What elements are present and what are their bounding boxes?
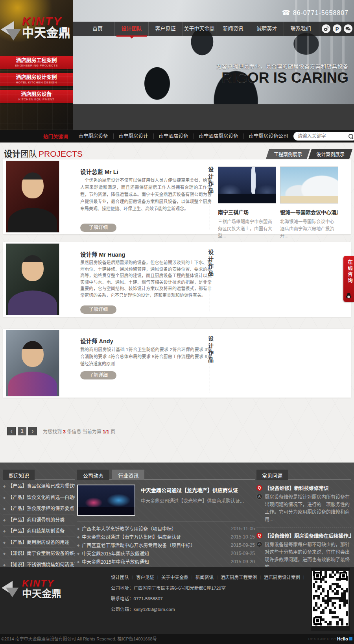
weibo-icon[interactable] — [322, 24, 330, 33]
work-description: 三祺广场雄踞南宁市东盟商务区民族大道上，由国有大型... — [218, 218, 276, 239]
knowledge-link[interactable]: 【产品】商用蔬菜切割设备 — [3, 526, 75, 537]
designed-by-label: DESIGNED BY — [308, 634, 337, 644]
footer-link[interactable]: 设计团队 — [111, 575, 129, 580]
search-box[interactable] — [293, 132, 354, 141]
footer-logo[interactable]: KINTY 中天金鼎 — [22, 579, 61, 599]
brand-emblem-icon — [2, 580, 21, 602]
footer-link[interactable]: 酒店厨房设备 — [300, 575, 304, 580]
tab-engineering-cases[interactable]: 工程案例展示 — [266, 149, 310, 159]
work-title[interactable]: 银滩一号国际会议中心酒店 — [280, 208, 338, 216]
keyword-link[interactable]: 南宁酒店设备 — [153, 133, 194, 139]
brand-logo[interactable]: KINTY 中天金鼎 — [22, 16, 73, 39]
work-title[interactable]: 南宁三祺广场 — [218, 208, 276, 216]
designer-credit[interactable]: Hello — [337, 634, 352, 644]
footer-link[interactable]: 新闻资讯 — [188, 575, 214, 580]
keyword-link[interactable]: 南宁酒店厨房设备 — [194, 133, 243, 139]
nav-item-home[interactable]: 首页 — [81, 22, 114, 36]
search-input[interactable] — [297, 133, 348, 139]
prev-page-button[interactable]: ‹ — [7, 427, 16, 435]
slogan-en: RIGOR IS CARING — [216, 70, 348, 86]
page-number-button[interactable]: 1 — [18, 427, 26, 435]
tab-industry-news[interactable]: 行业资讯 — [112, 470, 144, 480]
kitchen-knowledge-header: 厨房知识 — [3, 470, 75, 480]
phone-icon — [282, 9, 293, 16]
featured-news-image[interactable] — [77, 485, 135, 516]
hero-banner: 86-0771-5658807 首页 设计团队 客户见证 关于中天金鼎 新闻资讯… — [73, 0, 354, 130]
credit-square-icon — [349, 637, 352, 640]
faq-header: 常见问题 — [256, 470, 351, 480]
side-item-en: ENGINEERING PROJECTS — [0, 63, 73, 68]
wechat-icon[interactable] — [344, 24, 352, 33]
keyword-link[interactable]: 南宁厨房设备公司 — [243, 133, 293, 139]
title-cn-bold: 设计 — [4, 149, 20, 158]
title-en: PROJECTS — [39, 149, 83, 158]
designer-photo-mr-li[interactable] — [6, 161, 59, 233]
nav-item-news[interactable]: 新闻资讯 — [216, 22, 250, 36]
case-tabs: 工程案例展示 设计案例展示 — [266, 149, 351, 159]
work-item: 南宁三祺广场 三祺广场雄踞南宁市东盟商务区民族大道上，由国有大型... — [218, 167, 276, 239]
news-date: 2015-09-20 — [231, 559, 255, 564]
nav-item-about[interactable]: 关于中天金鼎 — [182, 22, 216, 36]
faq-question[interactable]: Q【设备维修】厨房设备维修在后续操作上 — [256, 532, 351, 539]
search-icon[interactable] — [348, 134, 354, 139]
side-menu-item-hotel-kitchen-design[interactable]: 酒店厨房设计案例 HOTEL KITCHEN DESIGN — [0, 73, 73, 86]
works-divider — [210, 274, 210, 312]
side-item-cn: 酒店厨房设计案例 — [0, 74, 73, 80]
knowledge-link[interactable]: 【产品】饮食文化的首选—自助餐炉 — [3, 492, 75, 503]
designer-photo-andy[interactable] — [6, 330, 59, 396]
bottom-bar: ©2014 南宁中天金鼎酒店设备有限公司 All Rights Reserved… — [0, 634, 354, 644]
faq-question[interactable]: Q【设备维修】新科技维修常识 — [256, 484, 351, 492]
tab-design-cases[interactable]: 设计案例展示 — [308, 149, 352, 159]
next-page-button[interactable]: › — [28, 427, 37, 435]
diamond-bullet-icon — [3, 562, 8, 567]
designer-title: 设计师 Mr Huang — [80, 250, 125, 258]
keyword-link[interactable]: 南宁厨房设备 — [74, 133, 113, 139]
knowledge-link[interactable]: 【产品】商用厨房设备的用途 — [3, 537, 75, 548]
footer-link[interactable]: 客户见证 — [129, 575, 154, 580]
knowledge-link[interactable]: 【产品】食品保温箱已成为餐饮行业的 — [3, 481, 75, 492]
nav-item-testimonials[interactable]: 客户见证 — [148, 22, 182, 36]
nav-item-contact[interactable]: 联系我们 — [284, 22, 317, 36]
brand-emblem-icon — [1, 20, 24, 46]
news-link[interactable]: 中天金鼎2015年国庆节放假通知2015-09-25 — [77, 549, 255, 557]
knowledge-link[interactable]: 【知识】南宁食堂厨房设备的维护及保 — [3, 548, 75, 559]
nav-item-careers[interactable]: 诚聘英才 — [250, 22, 284, 36]
news-link[interactable]: 中天金鼎公司通过【南宁万达集团】供应商认证2015-10-15 — [77, 533, 255, 541]
main-nav: 首页 设计团队 客户见证 关于中天金鼎 新闻资讯 诚聘英才 联系我们 P — [73, 22, 354, 36]
page: KINTY 中天金鼎 酒店厨房工程案例 ENGINEERING PROJECTS… — [0, 0, 354, 644]
designer-description: 我的商用厨房设计基础 1符合卫生防疫的要求 2符合环保的要求 3符合消防的要求 … — [80, 346, 212, 367]
nav-item-design-team[interactable]: 设计团队 — [114, 22, 148, 36]
news-date: 2015-11-05 — [231, 526, 255, 531]
faq-answer: A厨房设备维修是指针对厨房内所有设备在出现问题的情况下，进行的一项服务性的工作。… — [256, 494, 351, 524]
news-list: 广西老年大学烹饪教学专用设备（项目中标）2015-11-05 中天金鼎公司通过【… — [77, 524, 255, 566]
knowledge-link[interactable]: 【产品】商用锯骨机的分类 — [3, 514, 75, 526]
featured-news-title[interactable]: 中天金鼎公司通过【龙光地产】供应商认证 — [141, 486, 255, 494]
detail-button[interactable]: 了解详细 — [80, 224, 116, 232]
footer-link[interactable]: 关于中天金鼎 — [154, 575, 188, 580]
footer-link[interactable]: 酒店厨房设计案例 — [257, 575, 300, 580]
side-menu-item-engineering-projects[interactable]: 酒店厨房工程案例 ENGINEERING PROJECTS — [0, 56, 73, 69]
featured-news-desc: 中天金鼎公司通过【龙光地产】供应商采购认证... — [141, 498, 255, 505]
work-image-sanqi-plaza[interactable] — [218, 167, 276, 204]
footer-link[interactable]: 酒店厨房工程案例 — [214, 575, 257, 580]
diamond-bullet-icon — [77, 526, 82, 531]
tencent-weibo-icon[interactable]: P — [333, 24, 341, 33]
brand-logo-en: KINTY — [22, 16, 73, 27]
work-image-yintan-hotel[interactable] — [280, 167, 338, 204]
works-label: 设计作品 — [206, 167, 214, 195]
news-link[interactable]: 广西区直老干部活动中心开水房专用设备（项目中标）2015-09-25 — [77, 541, 255, 549]
designer-card-andy: 设计师 Andy 我的商用厨房设计基础 1符合卫生防疫的要求 2符合环保的要求 … — [3, 329, 351, 398]
news-link[interactable]: 中天金鼎2015年中秋节放假通知2015-09-20 — [77, 557, 255, 566]
news-link[interactable]: 广西老年大学烹饪教学专用设备（项目中标）2015-11-05 — [77, 524, 255, 533]
tab-company-news[interactable]: 公司动态 — [77, 470, 109, 480]
detail-button[interactable]: 了解详细 — [80, 371, 116, 379]
side-menu-item-kitchen-equipment[interactable]: 酒店厨房设备 KITCHEN EQUIPMENT — [0, 90, 73, 103]
faq-separator — [256, 527, 351, 527]
designer-photo-mr-huang[interactable] — [6, 243, 59, 315]
knowledge-link[interactable]: 【知识】不锈钢锅烧焦如何清洗？不锈钢 — [3, 559, 75, 567]
online-consult-tab[interactable]: 在线咨询 — [343, 256, 354, 302]
title-cn: 团队 — [20, 149, 37, 158]
knowledge-link[interactable]: 【产品】熟食展示柜的保养要点 — [3, 503, 75, 514]
detail-button[interactable]: 了解详细 — [80, 305, 116, 314]
keyword-link[interactable]: 南宁厨房设计 — [113, 133, 153, 139]
